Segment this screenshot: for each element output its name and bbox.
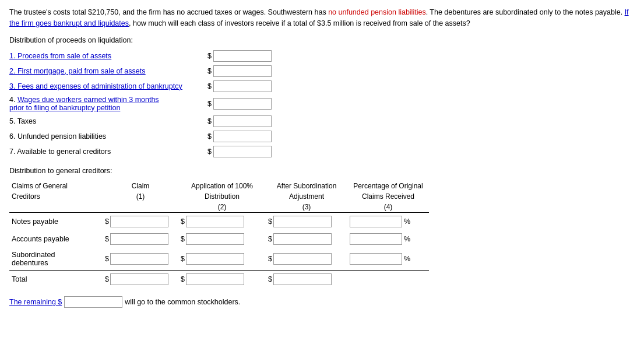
dist-row-5: 5. Taxes $ — [9, 115, 635, 127]
intro-text-2: . The debentures are subordinated only t… — [426, 8, 625, 16]
total-claim-dollar: $ — [105, 275, 109, 283]
accounts-claim-cell: $ — [103, 230, 178, 248]
col5-header-line1: Percentage of Original — [347, 181, 429, 191]
total-after-cell: $ — [266, 270, 347, 288]
total-label: Total — [9, 270, 103, 288]
sub-claim-cell: $ — [103, 248, 178, 271]
notes-app-input[interactable] — [186, 216, 244, 227]
sub-after-input[interactable] — [273, 253, 332, 265]
sub-after-dollar: $ — [268, 255, 272, 263]
dist-label-4: 4. Wages due workers earned within 3 mon… — [9, 96, 207, 112]
col2-header-line1: Claim — [103, 181, 178, 191]
col4-header-line3: (3) — [266, 202, 347, 213]
sub-pct-sign: % — [404, 255, 410, 263]
total-app-cell: $ — [178, 270, 266, 288]
dist-label-7: 7. Available to general creditors — [9, 148, 207, 156]
dist-row-1: 1. Proceeds from sale of assets $ — [9, 50, 635, 62]
total-claim-cell: $ — [103, 270, 178, 288]
col4-header-line1: After Subordination — [266, 181, 347, 191]
sub-pct-input[interactable] — [350, 253, 402, 265]
dollar-4: $ — [207, 100, 212, 108]
total-app-dollar: $ — [181, 275, 185, 283]
dist-label-1: 1. Proceeds from sale of assets — [9, 52, 207, 60]
col3-header-line3: (2) — [178, 202, 266, 213]
table-header-row2: Creditors (1) Distribution Adjustment Cl… — [9, 191, 429, 202]
dist-label-3: 3. Fees and expenses of administration o… — [9, 82, 207, 90]
subordinated-label: Subordinated debentures — [9, 248, 103, 271]
accounts-pct-input[interactable] — [350, 233, 402, 245]
dollar-2: $ — [207, 67, 212, 75]
section2-title: Distribution to general creditors: — [9, 167, 635, 175]
notes-claim-dollar: $ — [105, 217, 109, 226]
dist-input-1[interactable] — [213, 50, 272, 62]
notes-after-dollar: $ — [268, 217, 272, 226]
accounts-app-cell: $ — [178, 230, 266, 248]
dist-input-2[interactable] — [213, 65, 272, 77]
dist-input-7[interactable] — [213, 146, 272, 157]
dollar-7: $ — [207, 148, 212, 156]
total-app-input[interactable] — [186, 273, 244, 285]
accounts-label: Accounts payable — [9, 230, 103, 248]
sub-app-input[interactable] — [186, 253, 244, 265]
notes-pct-input[interactable] — [350, 216, 402, 227]
col1-header-line2: Creditors — [9, 191, 103, 202]
total-after-input[interactable] — [273, 273, 332, 285]
accounts-pct-cell: % — [347, 230, 429, 248]
notes-app-dollar: $ — [181, 217, 185, 226]
notes-app-cell: $ — [178, 212, 266, 230]
table-row-notes: Notes payable $ $ $ — [9, 212, 429, 230]
sub-after-cell: $ — [266, 248, 347, 271]
dist-row-7: 7. Available to general creditors $ — [9, 146, 635, 157]
dist-label-6: 6. Unfunded pension liabilities — [9, 132, 207, 141]
accounts-claim-input[interactable] — [110, 233, 168, 245]
col3-header-line2: Distribution — [178, 191, 266, 202]
col1-header-line3 — [9, 202, 103, 213]
intro-text-1: The trustee's costs total $210,750, and … — [9, 8, 328, 16]
dist-row-6: 6. Unfunded pension liabilities $ — [9, 131, 635, 142]
notes-label: Notes payable — [9, 212, 103, 230]
dollar-6: $ — [207, 132, 212, 141]
section1-title: Distribution of proceeds on liquidation: — [9, 36, 635, 44]
notes-after-input[interactable] — [273, 216, 332, 227]
dist-input-4[interactable] — [213, 98, 272, 110]
remaining-label[interactable]: The remaining $ — [9, 298, 62, 306]
intro-text-3: , how much will each class of investors … — [129, 19, 470, 27]
table-row-total: Total $ $ $ — [9, 270, 429, 288]
dist-label-2: 2. First mortgage, paid from sale of ass… — [9, 67, 207, 75]
dist-row-4: 4. Wages due workers earned within 3 mon… — [9, 96, 635, 112]
sub-pct-cell: % — [347, 248, 429, 271]
notes-after-cell: $ — [266, 212, 347, 230]
sub-claim-dollar: $ — [105, 255, 109, 263]
col2-header-line2: (1) — [103, 191, 178, 202]
dist-label-5: 5. Taxes — [9, 117, 207, 125]
sub-claim-input[interactable] — [110, 253, 168, 265]
total-claim-input[interactable] — [110, 273, 168, 285]
notes-pct-cell: % — [347, 212, 429, 230]
sub-line1: Subordinated — [12, 251, 100, 259]
col5-header-line3: (4) — [347, 202, 429, 213]
col5-header-line2: Claims Received — [347, 191, 429, 202]
accounts-claim-dollar: $ — [105, 235, 109, 243]
accounts-after-input[interactable] — [273, 233, 332, 245]
distribution-table: 1. Proceeds from sale of assets $ 2. Fir… — [9, 50, 635, 157]
notes-claim-input[interactable] — [110, 216, 168, 227]
remaining-input[interactable] — [64, 296, 122, 308]
dist-row-3: 3. Fees and expenses of administration o… — [9, 80, 635, 92]
sub-line2: debentures — [12, 259, 100, 267]
remaining-suffix: will go to the common stockholders. — [125, 298, 240, 306]
table-header-row1: Claims of General Claim Application of 1… — [9, 181, 429, 191]
total-pct-cell — [347, 270, 429, 288]
dist-input-5[interactable] — [213, 115, 272, 127]
accounts-app-dollar: $ — [181, 235, 185, 243]
dist-input-3[interactable] — [213, 80, 272, 92]
table-row-accounts: Accounts payable $ $ $ — [9, 230, 429, 248]
table-row-subordinated: Subordinated debentures $ $ $ — [9, 248, 429, 271]
accounts-app-input[interactable] — [186, 233, 244, 245]
sub-app-dollar: $ — [181, 255, 185, 263]
accounts-pct-sign: % — [404, 235, 410, 243]
general-creditors-table: Claims of General Claim Application of 1… — [9, 181, 429, 288]
remaining-row: The remaining $ will go to the common st… — [9, 296, 635, 308]
dist-row-2: 2. First mortgage, paid from sale of ass… — [9, 65, 635, 77]
dist-input-6[interactable] — [213, 131, 272, 142]
total-after-dollar: $ — [268, 275, 272, 283]
